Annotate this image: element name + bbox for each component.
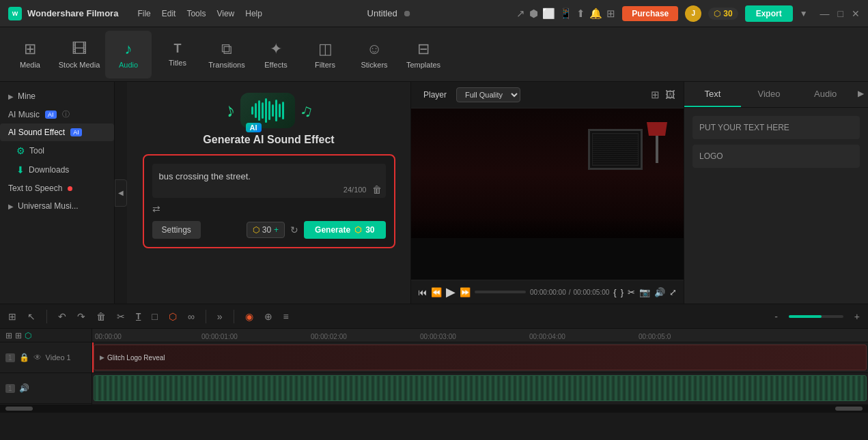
track-eye-icon[interactable]: 👁 — [33, 353, 42, 362]
step-forward-button[interactable]: ⏩ — [460, 287, 471, 297]
generate-right: ⬡ 30 + ↻ Generate ⬡ 30 — [247, 221, 386, 239]
grid-view-icon[interactable]: ⊞ — [651, 89, 660, 101]
tl-more-button[interactable]: » — [214, 310, 225, 323]
delete-icon[interactable]: 🗑 — [372, 184, 382, 195]
settings-button[interactable]: Settings — [152, 221, 201, 239]
timeline-toolbar: ⊞ ↖ ↶ ↷ 🗑 ✂ T □ ⬡ ∞ » ◉ ⊕ ≡ - + — [0, 304, 868, 329]
menu-view[interactable]: View — [216, 9, 234, 18]
tab-text[interactable]: Text — [684, 82, 741, 107]
ai-music-info-icon[interactable]: ⓘ — [62, 109, 70, 119]
close-button[interactable]: ✕ — [852, 8, 860, 19]
menu-edit[interactable]: Edit — [162, 9, 176, 18]
tl-link-button[interactable]: ∞ — [185, 310, 197, 323]
mine-arrow: ▶ — [8, 93, 14, 100]
video-track: ▶ Glitch Logo Reveal There is no replace… — [92, 342, 868, 373]
tl-undo-button[interactable]: ↶ — [55, 310, 69, 323]
export-dropdown-icon[interactable]: ▼ — [800, 9, 808, 18]
toolbar-item-templates[interactable]: ⊟ Templates — [400, 31, 447, 78]
video-preview — [411, 108, 684, 280]
title-menus: File Edit Tools View Help — [137, 9, 262, 18]
sidebar-item-universal-music[interactable]: ▶ Universal Musi... — [0, 197, 114, 215]
sidebar-item-ai-sound-effect[interactable]: AI Sound Effect AI — [0, 123, 114, 141]
tab-video[interactable]: Video — [741, 82, 798, 107]
tab-audio[interactable]: Audio — [797, 82, 854, 107]
scrollbar-thumb-right[interactable] — [835, 407, 863, 411]
tl-delete-button[interactable]: 🗑 — [94, 310, 109, 323]
mark-in-button[interactable]: { — [613, 287, 616, 297]
toolbar-item-titles[interactable]: T Titles — [154, 31, 201, 78]
menu-file[interactable]: File — [137, 9, 150, 18]
right-panel-arrow[interactable]: ▶ — [854, 82, 868, 107]
snapshot-button[interactable]: 📷 — [639, 287, 650, 297]
clip-button[interactable]: ✂ — [628, 287, 635, 297]
wave-bar-5 — [265, 98, 267, 123]
scrollbar-thumb[interactable] — [5, 407, 33, 411]
sidebar-collapse-button[interactable]: ◀ — [115, 179, 127, 207]
toolbar-item-stickers[interactable]: ☺ Stickers — [351, 31, 397, 78]
wave-bar-7 — [272, 104, 274, 117]
text-input-area[interactable]: bus crossing the street. 24/100 🗑 — [152, 164, 386, 198]
audio-clip[interactable] — [94, 375, 867, 401]
tool-icon: ⚙ — [16, 145, 25, 156]
fullscreen-button[interactable]: ⤢ — [669, 287, 677, 297]
menu-tools[interactable]: Tools — [186, 9, 206, 18]
toolbar-item-filters[interactable]: ◫ Filters — [302, 31, 348, 78]
text-block-main[interactable]: PUT YOUR TEXT HERE — [692, 116, 860, 139]
export-button[interactable]: Export — [745, 5, 793, 22]
generate-button[interactable]: Generate ⬡ 30 — [304, 221, 385, 239]
toolbar-item-effects[interactable]: ✦ Effects — [253, 31, 299, 78]
mark-out-button[interactable]: } — [621, 287, 624, 297]
toolbar-item-stock-media[interactable]: 🎞 Stock Media — [56, 31, 102, 78]
tl-cut-button[interactable]: ✂ — [114, 310, 128, 323]
refresh-icon[interactable]: ↻ — [290, 224, 298, 235]
right-tabs: Text Video Audio ▶ — [684, 82, 868, 108]
track-number-a1: 1 — [5, 384, 15, 393]
video-clip[interactable]: ▶ Glitch Logo Reveal There is no replace… — [94, 344, 867, 370]
tl-zoom-out-button[interactable]: - — [772, 310, 781, 323]
track-audio-icon[interactable]: 🔊 — [19, 383, 29, 393]
menu-help[interactable]: Help — [245, 9, 262, 18]
timeline-scrollbar[interactable] — [0, 405, 868, 413]
sidebar-item-text-to-speech[interactable]: Text to Speech — [0, 179, 114, 197]
toolbar-item-media[interactable]: ⊞ Media — [7, 31, 53, 78]
tl-text-button[interactable]: T — [133, 310, 143, 323]
sidebar-item-ai-music[interactable]: AI Music AI ⓘ — [0, 105, 114, 123]
tl-split-audio-button[interactable]: ⊕ — [262, 310, 275, 323]
seek-start-button[interactable]: ⏮ — [418, 287, 427, 297]
shuffle-icon[interactable]: ⇄ — [152, 203, 160, 214]
tl-zoom-in-button[interactable]: + — [852, 310, 863, 323]
text-input-content[interactable]: bus crossing the street. — [159, 171, 379, 183]
tl-zoom-slider[interactable] — [789, 315, 843, 318]
purchase-button[interactable]: Purchase — [622, 6, 678, 21]
maximize-button[interactable]: □ — [838, 8, 843, 19]
tl-snap-icon[interactable]: ⬡ — [25, 331, 31, 340]
coins-icon: ⬡ — [714, 9, 720, 18]
tl-crop-button[interactable]: □ — [149, 310, 160, 323]
sidebar-item-tool[interactable]: ⚙ Tool — [0, 141, 114, 160]
track-lock-icon[interactable]: 🔒 — [19, 353, 29, 362]
image-view-icon[interactable]: 🖼 — [665, 89, 675, 101]
tl-track-move-icon[interactable]: ⊞ — [15, 331, 22, 340]
tl-add-track-icon[interactable]: ⊞ — [5, 331, 12, 340]
toolbar-item-audio[interactable]: ♪ Audio — [105, 31, 152, 78]
ai-music-badge: AI — [45, 111, 57, 119]
volume-button[interactable]: 🔊 — [654, 287, 665, 297]
tl-settings-button[interactable]: ≡ — [281, 310, 292, 323]
sidebar-item-downloads[interactable]: ⬇ Downloads — [0, 160, 114, 179]
tl-redo-button[interactable]: ↷ — [74, 310, 88, 323]
step-back-button[interactable]: ⏪ — [431, 287, 442, 297]
playhead — [92, 342, 94, 372]
text-block-logo[interactable]: LOGO — [692, 145, 860, 168]
quality-select[interactable]: Full Quality — [456, 87, 520, 102]
input-bottom-row: ⇄ — [152, 203, 386, 214]
play-button[interactable]: ▶ — [446, 284, 456, 299]
sidebar-item-mine[interactable]: ▶ Mine — [0, 87, 114, 105]
tab-player[interactable]: Player — [419, 87, 451, 102]
progress-bar[interactable] — [475, 291, 526, 293]
tl-color-button[interactable]: ⬡ — [166, 310, 180, 323]
tl-select-icon[interactable]: ↖ — [25, 310, 38, 323]
tl-record-button[interactable]: ◉ — [242, 310, 256, 323]
tl-grid-icon[interactable]: ⊞ — [5, 310, 19, 323]
minimize-button[interactable]: — — [820, 8, 830, 19]
toolbar-item-transitions[interactable]: ⧉ Transitions — [204, 31, 250, 78]
